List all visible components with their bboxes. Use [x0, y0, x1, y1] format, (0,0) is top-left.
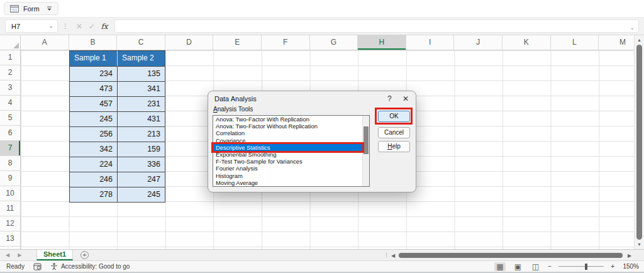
row-header-1[interactable]: 1 [0, 50, 21, 65]
name-box-chevron-icon[interactable]: ⌄ [48, 23, 57, 29]
sheet-tab-bar: ◀ ▶ Sheet1 + ⋮ ◀ ▶ [0, 249, 644, 260]
table-cell[interactable]: 224 [70, 157, 117, 172]
select-all-corner[interactable] [0, 35, 21, 50]
column-header-H[interactable]: H [358, 35, 406, 50]
tool-item[interactable]: Anova: Two-Factor With Replication [213, 116, 369, 123]
table-cell[interactable]: 473 [70, 82, 117, 96]
next-sheet-icon[interactable]: ▶ [18, 252, 21, 258]
status-mode: Ready [6, 263, 25, 270]
zoom-slider[interactable] [558, 263, 604, 270]
help-button[interactable]: Help [378, 141, 410, 152]
table-cell[interactable]: 336 [117, 157, 165, 172]
column-header-I[interactable]: I [406, 35, 455, 50]
column-header-E[interactable]: E [213, 35, 262, 50]
column-header-L[interactable]: L [551, 35, 599, 50]
column-header-G[interactable]: G [310, 35, 358, 50]
dialog-close-icon[interactable]: ✕ [402, 94, 409, 103]
scroll-down-icon[interactable]: ▼ [635, 242, 644, 247]
table-cell[interactable]: 213 [117, 127, 165, 142]
column-header-C[interactable]: C [117, 35, 165, 50]
vertical-scrollbar-thumb[interactable] [636, 45, 642, 240]
column-header-J[interactable]: J [454, 35, 502, 50]
new-sheet-icon[interactable]: + [80, 251, 89, 259]
column-header-A[interactable]: A [21, 35, 69, 50]
table-header-row: Sample 1Sample 2 [70, 51, 165, 66]
row-header-5[interactable]: 5 [0, 111, 21, 126]
vertical-scrollbar[interactable]: ▲ ▼ [634, 35, 644, 249]
tool-item[interactable]: Anova: Two-Factor Without Replication [213, 123, 369, 130]
table-cell[interactable]: 231 [117, 97, 165, 111]
row-header-6[interactable]: 6 [0, 126, 21, 141]
column-header-D[interactable]: D [165, 35, 214, 50]
row-header-8[interactable]: 8 [0, 156, 21, 171]
column-header-K[interactable]: K [502, 35, 551, 50]
prev-sheet-icon[interactable]: ◀ [6, 252, 9, 258]
data-table: Sample 1Sample 2234135473341457231245431… [69, 50, 165, 203]
row-header-2[interactable]: 2 [0, 65, 21, 81]
row-header-4[interactable]: 4 [0, 96, 21, 111]
normal-view-icon[interactable]: ▦ [494, 262, 505, 271]
row-header-7[interactable]: 7 [0, 141, 21, 156]
cancel-button[interactable]: Cancel [378, 127, 410, 138]
accessibility-icon [50, 263, 58, 270]
tool-item[interactable]: Fourier Analysis [213, 165, 369, 172]
tool-item[interactable]: F-Test Two-Sample for Variances [213, 158, 369, 165]
tool-item[interactable]: Correlation [213, 130, 369, 136]
page-layout-view-icon[interactable]: ▣ [513, 262, 523, 271]
quick-access-toolbar: Form [0, 0, 644, 18]
table-cell[interactable]: 246 [70, 172, 117, 187]
form-dropdown-icon[interactable] [47, 6, 52, 11]
table-cell[interactable]: 245 [70, 112, 117, 126]
row-headers: 1234567891011121314 [0, 50, 21, 249]
table-cell[interactable]: 341 [117, 82, 165, 96]
page-break-view-icon[interactable]: ◫ [530, 262, 541, 271]
column-header-M[interactable]: M [599, 35, 634, 50]
row-header-12[interactable]: 12 [0, 216, 21, 231]
table-cell[interactable]: 247 [117, 172, 165, 187]
row-header-9[interactable]: 9 [0, 171, 21, 186]
tool-item[interactable]: Moving Average [213, 179, 369, 186]
zoom-in-icon[interactable]: + [611, 263, 614, 270]
accessibility-status[interactable]: Accessibility: Good to go [61, 263, 130, 270]
cancel-entry-icon[interactable]: ✕ [73, 22, 86, 31]
table-cell[interactable]: 135 [117, 67, 165, 81]
zoom-level[interactable]: 150% [621, 263, 639, 270]
table-cell[interactable]: 256 [70, 127, 117, 142]
row-header-3[interactable]: 3 [0, 81, 21, 96]
row-header-10[interactable]: 10 [0, 186, 21, 201]
name-box[interactable]: H7 ⌄ [5, 20, 58, 33]
scroll-up-icon[interactable]: ▲ [635, 38, 644, 42]
table-cell[interactable]: 342 [70, 142, 117, 157]
zoom-out-icon[interactable]: − [548, 263, 552, 270]
table-cell[interactable]: 159 [117, 142, 165, 157]
column-header-B[interactable]: B [69, 35, 118, 50]
table-cell[interactable]: 431 [117, 112, 165, 126]
row-header-11[interactable]: 11 [0, 201, 21, 216]
formula-bar-splitter[interactable]: ⋮ [62, 23, 69, 30]
insert-function-icon[interactable]: fx [98, 22, 111, 31]
expand-formula-bar-icon[interactable]: ⌄ [630, 22, 635, 34]
table-row: 256213 [70, 126, 165, 142]
tab-sheet1[interactable]: Sheet1 [36, 250, 73, 260]
dialog-help-icon[interactable]: ? [387, 94, 392, 103]
scroll-right-icon[interactable]: ▶ [628, 253, 631, 259]
list-scrollbar-thumb[interactable] [364, 126, 369, 154]
table-cell[interactable]: 234 [70, 67, 117, 81]
macro-record-icon[interactable] [33, 263, 42, 270]
form-button[interactable]: Form [4, 2, 58, 15]
horizontal-scrollbar-thumb[interactable] [399, 253, 623, 258]
table-cell[interactable]: 457 [70, 97, 117, 111]
formula-input[interactable]: ⌄ [114, 20, 639, 33]
table-cell[interactable]: 245 [117, 187, 165, 202]
tab-scroll-splitter[interactable]: ⋮ [384, 252, 389, 258]
table-cell[interactable]: 278 [70, 187, 117, 202]
scroll-left-icon[interactable]: ◀ [391, 253, 395, 259]
column-header-F[interactable]: F [262, 35, 310, 50]
table-header-cell[interactable]: Sample 1 [70, 51, 117, 66]
table-header-cell[interactable]: Sample 2 [117, 51, 165, 66]
row-header-13[interactable]: 13 [0, 231, 21, 247]
enter-entry-icon[interactable]: ✓ [86, 22, 98, 31]
zoom-slider-thumb[interactable] [585, 264, 587, 270]
tool-item[interactable]: Histogram [213, 172, 369, 179]
annotation-ok-box [375, 108, 413, 125]
